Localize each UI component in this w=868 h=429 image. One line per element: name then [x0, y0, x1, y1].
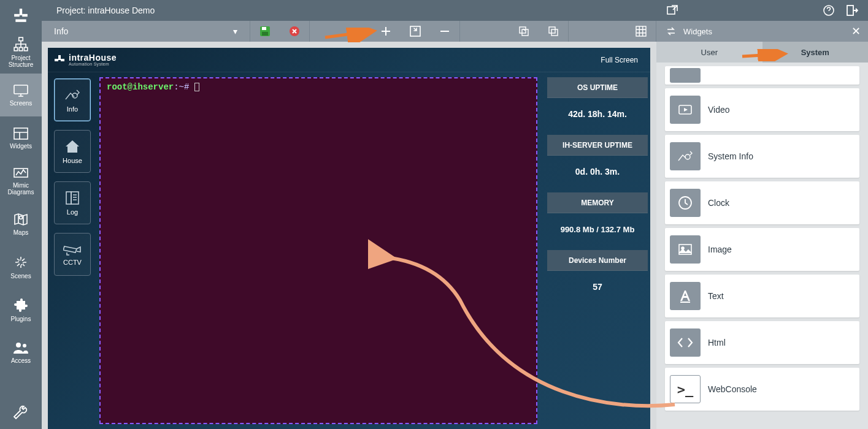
svg-rect-5	[14, 47, 17, 50]
clock-icon	[670, 189, 701, 217]
layer-back-button[interactable]	[539, 21, 568, 42]
console-path: :~#	[174, 82, 189, 92]
close-circle-icon	[289, 26, 300, 37]
wrench-icon	[13, 405, 29, 421]
nav-label: Scenes	[10, 273, 31, 279]
image-icon	[670, 235, 701, 264]
widget-label: Clock	[708, 198, 729, 208]
side-tab-info[interactable]: Info	[54, 78, 91, 121]
stat-title: MEMORY	[547, 192, 648, 213]
svg-rect-16	[262, 27, 266, 30]
nav-label: Mimic Diagrams	[0, 182, 42, 196]
tab-system[interactable]: System	[762, 42, 869, 63]
screen-dropdown[interactable]: Info ▾	[42, 21, 250, 42]
svg-rect-39	[680, 302, 690, 303]
left-nav: Project Structure Screens Widgets Mimic …	[0, 0, 42, 429]
nav-mimic-diagrams[interactable]: Mimic Diagrams	[0, 159, 42, 202]
cancel-button[interactable]	[280, 21, 309, 42]
nav-maps[interactable]: Maps	[0, 202, 42, 245]
widget-item[interactable]	[665, 66, 859, 85]
nav-label: Screens	[10, 100, 33, 107]
svg-point-12	[18, 260, 23, 265]
nav-screens[interactable]: Screens	[0, 74, 42, 116]
svg-rect-17	[262, 32, 268, 36]
widget-item-image[interactable]: Image	[665, 228, 859, 271]
tab-label: User	[701, 48, 718, 57]
stats-column: OS UPTIME 42d. 18h. 14m. IH-SERVER UPTIM…	[545, 72, 650, 429]
stat-title: Devices Number	[547, 250, 648, 271]
video-icon	[670, 96, 701, 124]
grid-icon	[636, 26, 647, 37]
widget-list[interactable]: Video System Info Clock Image Text	[656, 63, 868, 429]
layer-front-icon	[518, 26, 529, 37]
nav-label: Project Structure	[0, 55, 42, 68]
widget-item-html[interactable]: Html	[665, 321, 859, 364]
undock-icon[interactable]	[666, 4, 678, 17]
widget-label: Video	[708, 105, 730, 115]
stat-title: OS UPTIME	[547, 77, 648, 98]
widget-label: Text	[708, 291, 724, 301]
tab-user[interactable]: User	[656, 42, 762, 63]
users-icon	[12, 341, 29, 355]
webconsole-widget[interactable]: root@ihserver:~#	[99, 77, 537, 424]
remove-button[interactable]	[430, 21, 459, 42]
svg-rect-24	[636, 26, 646, 36]
scenes-icon	[13, 254, 29, 270]
swap-icon[interactable]	[666, 26, 676, 36]
dropdown-value: Info	[54, 26, 68, 36]
widget-item-webconsole[interactable]: >_ WebConsole	[665, 368, 859, 411]
layer-back-icon	[548, 26, 559, 37]
save-button[interactable]	[250, 21, 280, 42]
nav-access[interactable]: Access	[0, 331, 42, 374]
close-icon[interactable]: ✕	[851, 25, 861, 38]
toolbar: Info ▾	[42, 21, 656, 42]
screen-preview: intraHouse Automation System Full Screen…	[48, 48, 650, 429]
add-button[interactable]	[371, 21, 401, 42]
fullscreen-link[interactable]: Full Screen	[601, 56, 638, 64]
stat-title: IH-SERVER UPTIME	[547, 135, 648, 156]
nav-plugins[interactable]: Plugins	[0, 288, 42, 331]
exit-icon[interactable]	[846, 4, 858, 17]
svg-rect-1	[14, 14, 20, 17]
nav-label: Maps	[13, 229, 28, 236]
stat-value: 42d. 18h. 14m.	[547, 98, 648, 130]
widget-item-text[interactable]: Text	[665, 275, 859, 317]
help-icon[interactable]	[823, 4, 835, 17]
console-user: root@ihserver	[107, 82, 174, 92]
widget-item-clock[interactable]: Clock	[665, 181, 859, 224]
svg-rect-6	[19, 47, 22, 50]
nav-widgets[interactable]: Widgets	[0, 116, 42, 159]
panel-title-bar: Widgets ✕	[656, 21, 868, 42]
preview-side-tabs: Info House Log	[48, 72, 97, 429]
widget-label: Image	[708, 245, 732, 254]
project-title: Project: intraHouse Demo	[56, 6, 155, 15]
layer-front-button[interactable]	[509, 21, 539, 42]
svg-rect-31	[667, 7, 675, 14]
side-tab-label: Log	[67, 208, 78, 216]
expand-button[interactable]	[401, 21, 430, 42]
brand-tag: Automation System	[69, 62, 117, 66]
side-tab-log[interactable]: Log	[54, 181, 91, 224]
nav-settings[interactable]	[0, 400, 42, 429]
nav-scenes[interactable]: Scenes	[0, 245, 42, 288]
canvas-area: intraHouse Automation System Full Screen…	[42, 42, 656, 429]
svg-rect-19	[410, 26, 420, 36]
house-icon	[64, 139, 81, 154]
widget-item-video[interactable]: Video	[665, 88, 859, 131]
svg-rect-0	[20, 9, 22, 15]
grid-button[interactable]	[626, 21, 656, 42]
svg-rect-2	[22, 14, 28, 17]
nav-project-structure[interactable]: Project Structure	[0, 31, 42, 74]
panel-top-icons	[656, 0, 868, 21]
side-tab-label: House	[63, 157, 82, 164]
stat-value: 57	[547, 271, 648, 303]
console-line: root@ihserver:~#	[101, 78, 536, 96]
side-tab-cctv[interactable]: CCTV	[54, 233, 91, 276]
widget-item-systeminfo[interactable]: System Info	[665, 135, 859, 178]
app-logo	[0, 0, 42, 31]
camera-icon	[63, 243, 82, 256]
side-tab-label: CCTV	[63, 259, 82, 266]
minus-icon	[439, 26, 450, 37]
side-tab-house[interactable]: House	[54, 130, 91, 173]
log-icon	[64, 190, 80, 206]
